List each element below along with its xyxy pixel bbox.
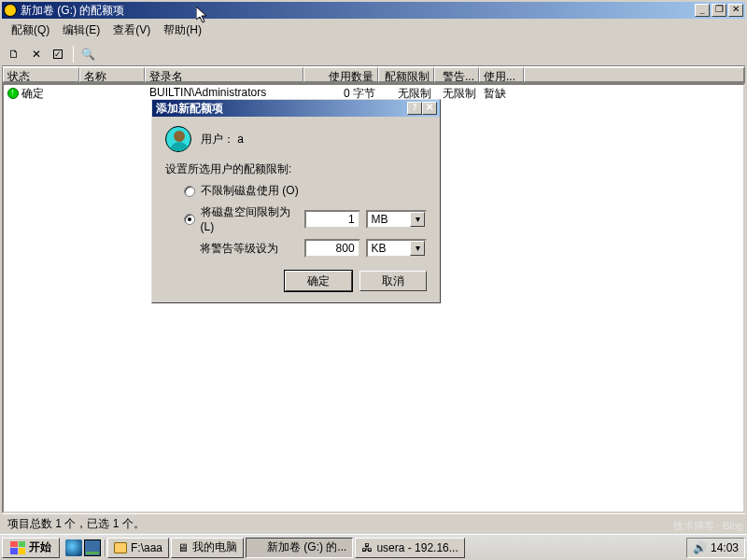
ie-icon[interactable] xyxy=(65,539,82,556)
dialog-help-button[interactable]: ? xyxy=(407,102,422,115)
user-label: 用户： a xyxy=(201,132,244,147)
chevron-down-icon: ▾ xyxy=(410,241,425,256)
maximize-button[interactable]: ❐ xyxy=(712,4,726,17)
cell-login: BUILTIN\Administrators xyxy=(146,85,304,100)
radio-unlimited[interactable] xyxy=(184,186,195,197)
chevron-down-icon: ▾ xyxy=(410,212,425,227)
dialog-body: 用户： a 设置所选用户的配额限制: 不限制磁盘使用 (O) 将磁盘空间限制为 … xyxy=(152,117,440,302)
warn-row: 将警告等级设为 800 KB▾ xyxy=(184,239,427,258)
opt-unlimited-row[interactable]: 不限制磁盘使用 (O) xyxy=(184,183,427,199)
windows-flag-icon xyxy=(10,541,25,554)
dialog-close-button[interactable]: ✕ xyxy=(422,102,437,115)
dialog-title-bar[interactable]: 添加新配额项 ? ✕ xyxy=(152,100,440,117)
rdp-icon: 🖧 xyxy=(361,541,373,554)
task-mycomputer[interactable]: 🖥我的电脑 xyxy=(171,538,244,558)
cell-name xyxy=(80,85,146,100)
close-button[interactable]: ✕ xyxy=(728,4,743,17)
col-warn[interactable]: 警告... xyxy=(434,67,479,82)
menu-quota[interactable]: 配额(Q) xyxy=(6,21,55,40)
cell-use: 暂缺 xyxy=(480,85,525,100)
title-bar: 新加卷 (G:) 的配额项 _ ❐ ✕ xyxy=(2,2,745,19)
opt-limit-row[interactable]: 将磁盘空间限制为 (L) 1 MB▾ xyxy=(184,204,427,233)
user-row: 用户： a xyxy=(165,126,427,152)
toolbar: 🗋 ✕ ✓ 🔍 xyxy=(2,42,745,66)
find-icon[interactable]: 🔍 xyxy=(79,46,96,63)
separator xyxy=(73,46,74,63)
delete-icon[interactable]: ✕ xyxy=(28,46,45,63)
window-title: 新加卷 (G:) 的配额项 xyxy=(21,3,695,19)
label-unlimited: 不限制磁盘使用 (O) xyxy=(201,183,299,199)
quick-launch xyxy=(62,539,106,556)
dialog-description: 设置所选用户的配额限制: xyxy=(165,161,427,177)
label-warn: 将警告等级设为 xyxy=(200,241,298,257)
cell-used: 0 字节 xyxy=(304,85,379,100)
properties-icon[interactable]: ✓ xyxy=(50,46,67,63)
status-bar: 项目总数 1 个，已选 1 个。 xyxy=(2,513,745,532)
show-desktop-icon[interactable] xyxy=(84,539,101,556)
taskbar: 开始 F:\aaa 🖥我的电脑 新加卷 (G:) 的... 🖧usera - 1… xyxy=(0,534,747,560)
radio-limit[interactable] xyxy=(184,214,195,225)
minimize-button[interactable]: _ xyxy=(695,4,710,17)
table-row[interactable]: 确定 BUILTIN\Administrators 0 字节 无限制 无限制 暂… xyxy=(4,85,743,100)
new-icon[interactable]: 🗋 xyxy=(6,46,22,63)
menu-bar: 配额(Q) 编辑(E) 查看(V) 帮助(H) xyxy=(2,19,745,42)
window-controls: _ ❐ ✕ xyxy=(695,4,743,17)
col-limit[interactable]: 配额限制 xyxy=(378,67,434,82)
app-icon xyxy=(4,4,17,17)
limit-unit-combo[interactable]: MB▾ xyxy=(366,210,427,229)
ok-button[interactable]: 确定 xyxy=(285,271,352,291)
task-explorer[interactable]: F:\aaa xyxy=(107,538,169,558)
status-ok-icon xyxy=(7,88,19,99)
system-tray[interactable]: 🔊 14:03 xyxy=(686,538,745,558)
tray-icon[interactable]: 🔊 xyxy=(693,541,707,554)
col-used[interactable]: 使用数量 xyxy=(303,67,378,82)
col-login[interactable]: 登录名 xyxy=(145,67,303,82)
computer-icon: 🖥 xyxy=(177,541,189,554)
dialog-buttons: 确定 取消 xyxy=(165,271,427,291)
menu-view[interactable]: 查看(V) xyxy=(107,21,156,40)
warn-unit-combo[interactable]: KB▾ xyxy=(366,239,427,258)
cancel-button[interactable]: 取消 xyxy=(359,271,427,291)
clock: 14:03 xyxy=(711,541,739,554)
col-use[interactable]: 使用... xyxy=(479,67,524,82)
menu-edit[interactable]: 编辑(E) xyxy=(57,21,106,40)
task-drive[interactable]: 新加卷 (G:) 的... xyxy=(246,538,353,558)
cell-status: 确定 xyxy=(4,85,80,100)
col-spacer xyxy=(524,67,744,82)
folder-icon xyxy=(114,542,127,553)
task-rdp[interactable]: 🖧usera - 192.16... xyxy=(355,538,464,558)
watermark: 51CTO.com 技术博客 · Blog xyxy=(673,502,743,532)
quota-options: 不限制磁盘使用 (O) 将磁盘空间限制为 (L) 1 MB▾ 将警告等级设为 8… xyxy=(165,183,427,258)
limit-input[interactable]: 1 xyxy=(304,210,360,229)
add-quota-dialog: 添加新配额项 ? ✕ 用户： a 设置所选用户的配额限制: 不限制磁盘使用 (O… xyxy=(151,99,441,303)
user-icon xyxy=(165,126,191,152)
start-button[interactable]: 开始 xyxy=(2,538,60,558)
dialog-title: 添加新配额项 xyxy=(156,101,407,117)
cell-warn: 无限制 xyxy=(435,85,480,100)
col-status[interactable]: 状态 xyxy=(3,67,79,82)
label-limit: 将磁盘空间限制为 (L) xyxy=(201,204,299,233)
menu-help[interactable]: 帮助(H) xyxy=(158,21,207,40)
warn-input[interactable]: 800 xyxy=(304,239,360,258)
column-headers: 状态 名称 登录名 使用数量 配额限制 警告... 使用... xyxy=(2,66,745,83)
disk-icon xyxy=(252,542,263,553)
cell-limit: 无限制 xyxy=(379,85,435,100)
col-name[interactable]: 名称 xyxy=(79,67,145,82)
